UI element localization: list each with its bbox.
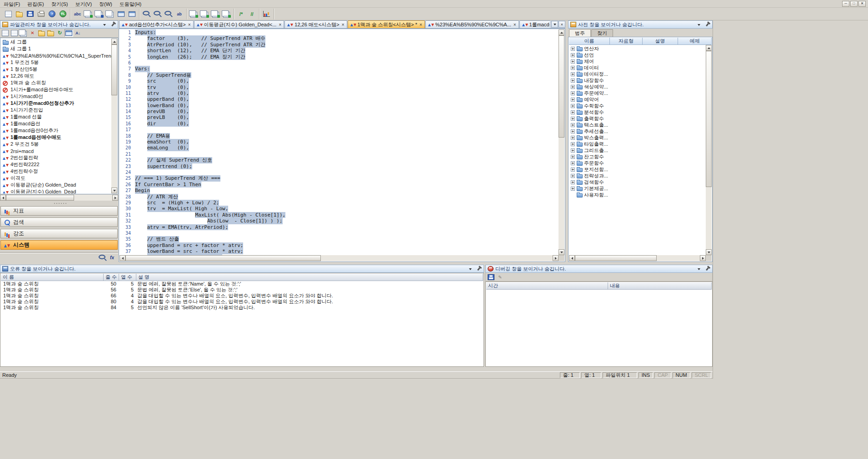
expand-icon[interactable]: [571, 66, 575, 70]
editor-tab[interactable]: 1맥과 숲 스위칭<시스템> * ×: [348, 20, 425, 28]
code-line[interactable]: 3 AtrPeriod (10), // SuperTrend ATR 기간: [120, 42, 559, 48]
panel-menu-button[interactable]: [696, 22, 702, 28]
scroll-up-button[interactable]: [559, 30, 564, 35]
error-row[interactable]: 1맥과 숲 스위칭 84 5 선언되지 않은 이름 'SellShort'이(가…: [1, 305, 483, 311]
minimize-button[interactable]: ─: [842, 1, 849, 7]
code-line[interactable]: 18 // EMA용: [120, 133, 559, 139]
code-line[interactable]: 1Inputs:: [120, 30, 559, 35]
column-header[interactable]: 자료형: [610, 38, 643, 45]
sidebar-button-highlight[interactable]: 강조: [0, 229, 118, 238]
expand-icon[interactable]: [571, 59, 575, 64]
dictionary-category-row[interactable]: 데이터: [569, 64, 706, 71]
dictionary-tab[interactable]: 범주: [569, 29, 591, 37]
dictionary-category-row[interactable]: 연산자: [569, 45, 706, 52]
comment-line-icon[interactable]: //: [247, 9, 257, 19]
dictionary-category-row[interactable]: 기본제공...: [569, 185, 706, 192]
panel-pin-button[interactable]: [704, 22, 710, 28]
panel-splitter-handle[interactable]: [0, 202, 118, 205]
open-chart-icon[interactable]: [261, 9, 272, 19]
menu-item[interactable]: 창(W): [95, 0, 116, 7]
menu-item[interactable]: 도움말(H): [116, 0, 145, 7]
scroll-left-button[interactable]: [120, 255, 125, 261]
code-line[interactable]: 2 factor (3), // SuperTrend ATR 배수: [120, 35, 559, 41]
check-syntax-icon[interactable]: [189, 9, 199, 19]
code-line[interactable]: 21: [120, 151, 559, 157]
menu-item[interactable]: 편집(E): [24, 0, 48, 7]
expand-icon[interactable]: [571, 110, 575, 114]
expand-icon[interactable]: [571, 117, 575, 121]
expand-icon[interactable]: [571, 47, 575, 51]
code-line[interactable]: 28 // ATR 계산: [120, 194, 559, 200]
file-tree-item[interactable]: 1시가macd0선: [1, 93, 111, 100]
dictionary-category-row[interactable]: 박스출력...: [569, 134, 706, 141]
expand-icon[interactable]: [571, 187, 575, 191]
code-line[interactable]: 10 trv (0),: [120, 84, 559, 90]
dictionary-category-row[interactable]: 내장함수: [569, 77, 706, 84]
code-line[interactable]: 31 MaxList( Abs(High - Close[1]),: [120, 212, 559, 218]
editor-tab[interactable]: %23%EA%B5%90%EC%9C%A... ×: [425, 20, 519, 28]
expand-icon[interactable]: [571, 104, 575, 108]
column-header[interactable]: 열 수: [119, 274, 136, 281]
code-line[interactable]: 17: [120, 127, 559, 133]
file-tree-item[interactable]: 4번전략2222: [1, 161, 111, 168]
code-line[interactable]: 14 prevUB (0),: [120, 109, 559, 114]
download-icon[interactable]: [221, 9, 232, 19]
code-line[interactable]: 26If CurrentBar > 1 Then: [120, 182, 559, 188]
code-line[interactable]: 37 lowerBand = src - factor * atrv;: [120, 248, 559, 254]
expand-icon[interactable]: [571, 142, 575, 146]
scroll-right-button[interactable]: [112, 195, 118, 201]
file-tree-item[interactable]: 1롤macd 선물: [1, 114, 111, 120]
column-header[interactable]: 이름: [569, 38, 610, 45]
scroll-right-button[interactable]: [700, 255, 706, 261]
code-line[interactable]: 13 lowerBand (0),: [120, 103, 559, 109]
panel-menu-button[interactable]: [467, 266, 474, 272]
dictionary-category-row[interactable]: 제어: [569, 58, 706, 64]
copy-page-icon[interactable]: [105, 9, 115, 19]
save-icon[interactable]: [25, 9, 35, 19]
dictionary-category-row[interactable]: 사용자함...: [569, 192, 706, 198]
file-tree-hscrollbar[interactable]: [0, 195, 118, 201]
menu-item[interactable]: 파일(F): [0, 0, 24, 7]
code-line[interactable]: 4 shortLen (12), // EMA 단기 기간: [120, 48, 559, 54]
code-line[interactable]: 34: [120, 230, 559, 236]
verify-strategy-icon[interactable]: [83, 9, 94, 19]
edit-log-icon[interactable]: ✎: [496, 273, 504, 281]
code-line[interactable]: 20 emaLong (0),: [120, 145, 559, 151]
expand-icon[interactable]: [571, 79, 575, 83]
expand-icon[interactable]: [571, 129, 575, 133]
dictionary-category-row[interactable]: 주문함수: [569, 160, 706, 166]
file-tree-item[interactable]: 1시가기준전입: [1, 107, 111, 114]
tab-close-icon[interactable]: ×: [514, 22, 516, 27]
scrollbar-thumb[interactable]: [111, 44, 117, 95]
file-tree-item[interactable]: 1맥과 숲 스위칭: [1, 79, 111, 86]
file-tree-scrollbar[interactable]: [111, 39, 117, 193]
code-line[interactable]: 33 atrv = EMA(trv, AtrPeriod);: [120, 224, 559, 230]
expand-icon[interactable]: [571, 148, 575, 153]
editor-vscrollbar[interactable]: [559, 30, 564, 255]
maximize-button[interactable]: □: [850, 1, 858, 7]
open-file-icon[interactable]: [14, 9, 25, 19]
code-line[interactable]: 15 prevLB (0),: [120, 114, 559, 120]
column-header[interactable]: 이 름: [1, 274, 104, 281]
replace-icon[interactable]: ab: [174, 9, 185, 19]
error-row[interactable]: 1맥과 숲 스위칭 50 5 문법 에러, 잘못된 토큰:'Name', 올 수…: [1, 281, 483, 287]
panel-menu-button[interactable]: [696, 266, 702, 272]
yeslanguage-logo-icon[interactable]: YL: [58, 9, 68, 19]
file-tree-item[interactable]: 1시가기준macd0선청산추가: [1, 100, 111, 107]
expand-icon[interactable]: [571, 155, 575, 159]
dictionary-category-row[interactable]: 전략성과...: [569, 173, 706, 179]
refresh-list-icon[interactable]: ↻: [55, 29, 64, 37]
editor-tab[interactable]: acd옵션0선추가<시스템> ×: [119, 20, 194, 28]
file-tree-item[interactable]: 2rsi+macd: [1, 148, 111, 154]
scroll-down-button[interactable]: [559, 249, 564, 255]
scroll-left-button[interactable]: [569, 255, 575, 261]
dictionary-tab[interactable]: 찾기: [591, 29, 613, 37]
tab-list-button[interactable]: [551, 21, 558, 28]
file-tree-item[interactable]: 1 무조건 5봉: [1, 59, 111, 66]
code-line[interactable]: 32 Abs(Low - Close[1]) ) );: [120, 218, 559, 224]
dictionary-hscrollbar[interactable]: [569, 255, 706, 261]
file-tree-item[interactable]: %23%EA%B5%90%EC%9C%A1_SuperTrend_%: [1, 52, 111, 59]
comment-block-icon[interactable]: /*: [236, 9, 246, 19]
tab-close-icon[interactable]: ×: [419, 22, 422, 27]
scrollbar-thumb[interactable]: [125, 255, 321, 261]
